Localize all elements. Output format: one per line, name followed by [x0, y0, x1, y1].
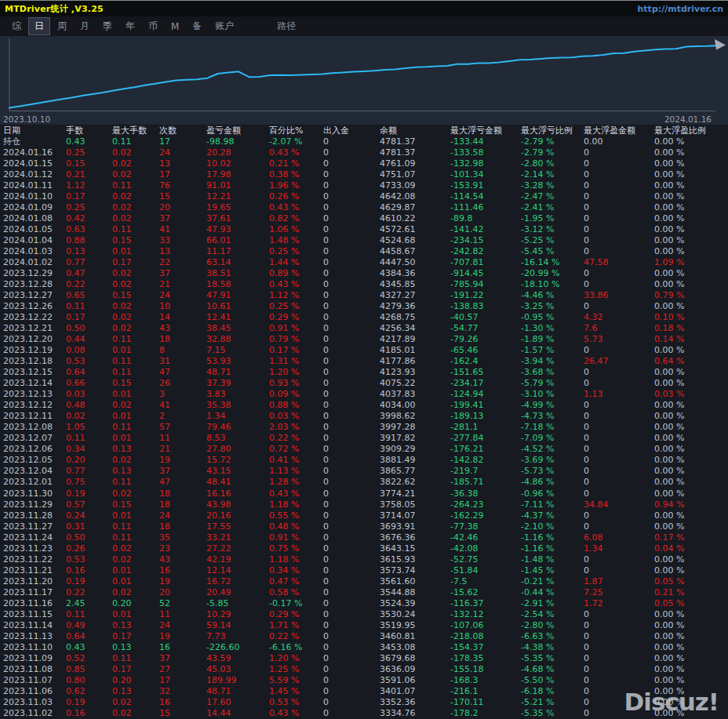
cell-trades: 24	[159, 510, 206, 521]
table-row[interactable]: 2023.12.140.660.152637.390.93 %04075.22-…	[0, 378, 728, 389]
table-row[interactable]: 2023.11.280.240.012420.160.55 %03714.07-…	[0, 510, 728, 521]
table-row[interactable]: 2024.01.100.170.021512.210.26 %04642.08-…	[0, 191, 728, 202]
website-link[interactable]: http://mtdriver.cn	[638, 4, 723, 14]
cell-max-float-loss-pct: -0.21 %	[521, 576, 584, 587]
table-row[interactable]: 2023.12.110.020.0121.340.03 %03998.62-18…	[0, 411, 728, 422]
table-row[interactable]: 2024.01.111.120.117691.011.96 %04733.09-…	[0, 180, 728, 191]
menu-item-账户[interactable]: 账户	[209, 18, 239, 34]
cell-date: 2023.11.02	[3, 708, 66, 719]
menu-item-综[interactable]: 综	[6, 18, 27, 34]
cell-deposit-withdraw: 0	[323, 180, 380, 191]
table-row[interactable]: 2023.11.130.640.17197.730.22 %03460.81-2…	[0, 631, 728, 642]
table-row[interactable]: 2023.12.200.440.111832.880.79 %04217.89-…	[0, 334, 728, 345]
cell-date: 2024.01.02	[3, 257, 66, 268]
cell-max-float-loss: -785.94	[450, 279, 521, 290]
cell-max-float-loss-pct: -0.95 %	[521, 312, 584, 323]
table-row[interactable]: 2023.11.020.160.021514.440.43 %03334.76-…	[0, 708, 728, 719]
table-row[interactable]: 2023.11.270.310.111817.550.48 %03693.91-…	[0, 521, 728, 532]
table-row[interactable]: 2023.12.010.750.114748.411.28 %03822.62-…	[0, 477, 728, 488]
cell-lots: 0.85	[66, 664, 112, 675]
table-row[interactable]: 2023.12.190.080.0187.150.17 %04185.01-65…	[0, 345, 728, 356]
menu-item-月[interactable]: 月	[75, 18, 95, 34]
table-row[interactable]: 2023.11.290.570.151843.981.18 %03758.05-…	[0, 499, 728, 510]
cell-pct: 0.41 %	[269, 455, 323, 466]
table-row[interactable]: 2023.11.240.500.113533.210.91 %03676.36-…	[0, 532, 728, 543]
cell-max-float-profit-pct: 0.00 %	[654, 180, 728, 191]
cell-lots: 0.17	[66, 312, 112, 323]
table-row[interactable]: 2023.11.090.520.113743.591.20 %03679.68-…	[0, 653, 728, 664]
cell-balance: 3530.24	[380, 609, 450, 620]
cell-lots: 1.05	[66, 422, 112, 433]
cell-trades: 41	[159, 224, 206, 235]
table-row[interactable]: 2023.11.170.220.022020.490.58 %03544.88-…	[0, 587, 728, 598]
cell-max-float-profit: 34.84	[584, 499, 654, 510]
cell-trades: 18	[159, 488, 206, 499]
table-row[interactable]: 2023.12.081.050.115779.462.03 %03997.28-…	[0, 422, 728, 433]
cell-deposit-withdraw: 0	[323, 609, 380, 620]
menu-item-币[interactable]: 币	[143, 18, 163, 34]
table-row[interactable]: 2023.12.120.480.024135.380.88 %04034.00-…	[0, 400, 728, 411]
table-row[interactable]: 2023.12.280.220.022118.580.43 %04345.85-…	[0, 279, 728, 290]
table-row[interactable]: 2024.01.050.630.114147.931.06 %04572.61-…	[0, 224, 728, 235]
cell-max-float-profit-pct: 0.00 %	[654, 466, 728, 477]
cell-max-float-profit: 0	[584, 631, 654, 642]
table-row[interactable]: 2023.12.210.500.024338.450.91 %04256.34-…	[0, 323, 728, 334]
table-row[interactable]: 2023.11.230.260.022327.220.75 %03643.15-…	[0, 543, 728, 554]
cell-lots: 0.11	[66, 433, 112, 444]
menu-item-年[interactable]: 年	[120, 18, 140, 34]
table-row[interactable]: 2023.11.140.490.132459.141.71 %03519.95-…	[0, 620, 728, 631]
cell-trades: 37	[159, 268, 206, 279]
table-row[interactable]: 2023.11.030.190.021617.600.53 %03352.36-…	[0, 697, 728, 708]
table-row[interactable]: 2023.12.060.340.132127.800.72 %03909.29-…	[0, 444, 728, 455]
table-row[interactable]: 2023.12.290.470.023738.510.89 %04384.36-…	[0, 268, 728, 279]
table-row[interactable]: 2024.01.080.420.023737.610.82 %04610.22-…	[0, 213, 728, 224]
table-row[interactable]: 2024.01.160.250.022420.280.43 %04781.37-…	[0, 147, 728, 158]
table-row[interactable]: 2024.01.020.770.172263.141.44 %04447.50-…	[0, 257, 728, 268]
menu-item-季[interactable]: 季	[97, 18, 118, 34]
cell-pnl: 48.71	[206, 367, 269, 378]
cell-balance: 4524.68	[380, 235, 450, 246]
table-row[interactable]: 2023.11.100.430.1316-226.60-6.16 %03453.…	[0, 642, 728, 653]
table-row[interactable]: 2023.12.040.770.133743.151.13 %03865.77-…	[0, 466, 728, 477]
table-row[interactable]: 2023.12.130.030.0133.830.09 %04037.83-12…	[0, 389, 728, 400]
table-row[interactable]: 2023.12.150.640.114748.711.20 %04123.93-…	[0, 367, 728, 378]
table-row[interactable]: 2023.12.180.530.113153.931.31 %04177.86-…	[0, 356, 728, 367]
cell-balance: 3544.88	[380, 587, 450, 598]
table-row[interactable]: 2023.11.200.190.011916.720.47 %03561.60-…	[0, 576, 728, 587]
cell-date: 2023.11.09	[3, 653, 66, 664]
menu-item-M[interactable]: M	[166, 20, 184, 34]
table-row[interactable]: 2023.11.162.450.2052-5.85-0.17 %03524.39…	[0, 598, 728, 609]
cell-max-float-profit-pct: 0.00 %	[654, 565, 728, 576]
table-row[interactable]: 2023.12.070.110.01118.530.22 %03917.82-2…	[0, 433, 728, 444]
cell-lots: 0.21	[66, 169, 112, 180]
cell-pct: 0.29 %	[269, 609, 323, 620]
cell-max-lots: 0.15	[112, 290, 159, 301]
cell-date: 2023.12.05	[3, 455, 66, 466]
table-row[interactable]: 2024.01.040.880.153366.011.48 %04524.68-…	[0, 235, 728, 246]
table-row[interactable]: 2023.11.080.850.172745.031.25 %03636.09-…	[0, 664, 728, 675]
menu-item-日[interactable]: 日	[29, 18, 49, 34]
menu-item-路径[interactable]: 路径	[271, 18, 301, 34]
table-row[interactable]: 2024.01.030.130.011311.170.25 %04458.67-…	[0, 246, 728, 257]
table-row[interactable]: 2024.01.090.250.022019.650.43 %04629.87-…	[0, 202, 728, 213]
cell-trades: 21	[159, 279, 206, 290]
table-row[interactable]: 2023.12.050.200.021915.720.41 %03881.49-…	[0, 455, 728, 466]
cell-date: 持仓	[3, 136, 66, 147]
menu-item-备[interactable]: 备	[187, 18, 207, 34]
table-row[interactable]: 2023.12.220.170.021412.410.29 %04268.75-…	[0, 312, 728, 323]
table-row[interactable]: 2023.12.270.650.152447.911.12 %04327.27-…	[0, 290, 728, 301]
table-row[interactable]: 2023.12.260.110.021010.610.25 %04279.36-…	[0, 301, 728, 312]
menu-item-周[interactable]: 周	[52, 18, 72, 34]
cell-lots: 0.80	[66, 675, 112, 686]
table-row[interactable]: 持仓0.430.1117-98.98-2.07 %04781.37-133.44…	[0, 136, 728, 147]
table-row[interactable]: 2023.11.060.620.133248.711.45 %03401.07-…	[0, 686, 728, 697]
cell-date: 2023.12.19	[3, 345, 66, 356]
table-row[interactable]: 2023.11.070.800.2017189.995.59 %03591.06…	[0, 675, 728, 686]
table-row[interactable]: 2023.11.210.160.011612.140.34 %03573.74-…	[0, 565, 728, 576]
table-row[interactable]: 2024.01.150.150.021310.020.21 %04761.09-…	[0, 158, 728, 169]
table-row[interactable]: 2023.11.300.190.021816.160.43 %03774.21-…	[0, 488, 728, 499]
table-row[interactable]: 2024.01.120.210.021717.980.38 %04751.07-…	[0, 169, 728, 180]
table-row[interactable]: 2023.11.150.110.011110.290.29 %03530.24-…	[0, 609, 728, 620]
cell-pnl: 12.41	[206, 312, 269, 323]
table-row[interactable]: 2023.11.220.530.024342.191.18 %03615.93-…	[0, 554, 728, 565]
